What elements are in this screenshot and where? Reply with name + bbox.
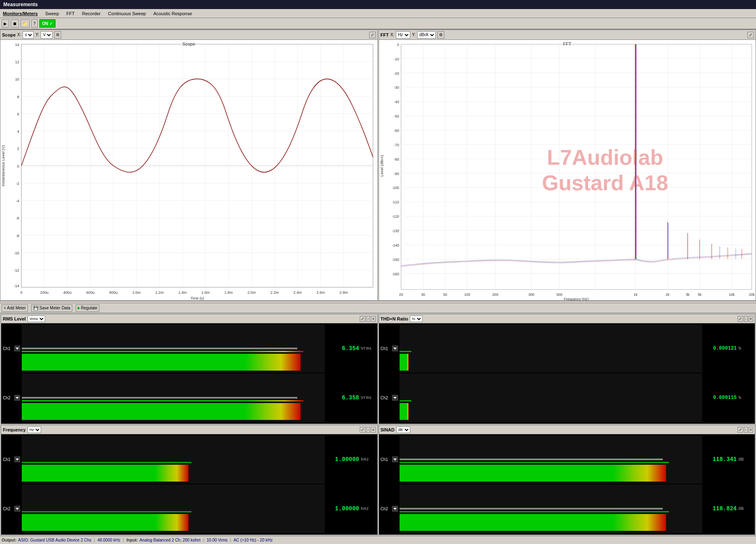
svg-text:-8: -8 [16,234,19,238]
toolbar-btn-3[interactable]: 📁 [21,19,30,28]
menu-recorder[interactable]: Recorder [81,11,102,16]
sinad-unit-select[interactable]: dB [396,426,410,433]
rms-ch1-label: Ch1 [3,346,13,351]
fft-settings-btn[interactable]: ⚙ [437,31,444,39]
frequency-header: Frequency Hz ⤢ - × [1,425,377,434]
svg-text:-20: -20 [394,71,399,75]
svg-text:3k: 3k [685,293,689,297]
rms-level-controls: ⤢ - × [360,316,375,322]
menu-acoustic-response[interactable]: Acoustic Response [152,11,193,16]
fft-x-unit[interactable]: Hz [396,31,410,39]
svg-text:12: 12 [15,60,19,64]
thd-ch2-unit: % [738,395,753,400]
rms-close-btn[interactable]: × [371,316,375,322]
freq-close-btn[interactable]: × [371,427,375,433]
thd-ch2-row: Ch2 0.000115 % [381,373,754,422]
fft-expand-btn[interactable]: ⤢ [747,32,754,38]
menu-monitors-meters[interactable]: Monitors/Meters [2,11,39,16]
thd-minus-btn[interactable]: - [744,316,748,322]
svg-text:-10: -10 [14,251,19,255]
freq-ch1-label: Ch1 [3,457,13,462]
rms-ch2-bar-peak [22,397,297,399]
rms-ch1-bar-peak [22,348,297,349]
sinad-header: SINAD dB ⤢ - × [379,425,755,434]
svg-text:400u: 400u [63,290,71,295]
charts-area: Scope X: s Y: V ⚙ ⤢ Scope [0,30,756,301]
rms-level-unit-select[interactable]: Vrms [28,316,45,322]
scope-x-label: X: [17,32,21,37]
svg-text:20k: 20k [749,293,755,297]
sinad-expand-btn[interactable]: ⤢ [738,427,743,433]
add-meter-button[interactable]: + Add Meter [2,304,28,312]
frequency-unit-select[interactable]: Hz [28,426,41,433]
svg-text:-50: -50 [394,114,399,118]
sinad-minus-btn[interactable]: - [744,427,748,433]
toolbar-btn-1[interactable]: ▶ [2,19,9,28]
save-meter-data-button[interactable]: 💾 Save Meter Data [31,304,72,312]
fft-title: FFT [381,32,389,37]
rms-ch2-dropdown[interactable] [14,395,20,401]
thd-ch1-dropdown[interactable] [392,346,398,351]
freq-ch2-dropdown[interactable] [14,506,20,512]
svg-text:2k: 2k [666,293,670,297]
thd-expand-btn[interactable]: ⤢ [738,316,743,322]
rms-expand-btn[interactable]: ⤢ [360,316,365,322]
rms-ch1-bar [22,354,301,371]
svg-text:10k: 10k [728,293,735,297]
thd-ratio-unit-select[interactable]: % [410,316,423,322]
scope-x-unit[interactable]: s [23,31,34,39]
fft-chart-body: FFT L7Audiolab Gustard A18 [379,40,756,300]
svg-text:2.8m: 2.8m [340,290,348,295]
svg-text:1.4m: 1.4m [178,290,187,295]
rms-minus-btn[interactable]: - [366,316,370,322]
thd-close-btn[interactable]: × [749,316,753,322]
rms-ch2-label: Ch2 [3,396,13,400]
freq-ch1-dropdown[interactable] [14,456,20,462]
sinad-close-btn[interactable]: × [749,427,753,433]
rms-ch2-bar-container [22,373,325,422]
fft-y-unit[interactable]: dBrA [417,31,436,39]
sep2: | [123,538,124,542]
freq-ch1-bar-top [22,462,191,463]
on-button[interactable]: ON ✓ [39,19,56,28]
freq-ch2-bar-container [22,484,325,533]
thd-ch2-dropdown[interactable] [392,395,398,401]
svg-text:4: 4 [17,129,19,134]
toolbar-btn-4[interactable]: ? [31,19,38,28]
svg-text:-4: -4 [16,199,19,203]
toolbar: ▶ ⏹ 📁 ? ON ✓ [0,18,756,30]
sinad-ch2-bar [400,514,666,531]
scope-settings-btn[interactable]: ⚙ [54,31,61,39]
regulate-button[interactable]: Regulate [76,304,99,312]
svg-text:10: 10 [15,77,19,81]
menu-continuous-sweep[interactable]: Continuous Sweep [107,11,147,16]
frequency-controls: ⤢ - × [360,427,375,433]
freq-ch2-bar-top [22,511,191,512]
svg-text:1.6m: 1.6m [201,290,210,295]
status-bar: Output: ASIO: Gustard USB Audio Device 2… [0,536,756,544]
scope-chart-body: Scope [0,40,377,300]
svg-text:-60: -60 [394,129,399,133]
sinad-ch1-dropdown[interactable] [392,456,398,462]
svg-text:-130: -130 [392,229,399,233]
scope-expand-btn[interactable]: ⤢ [369,32,376,38]
thd-ratio-body: Ch1 0.000121 % Ch2 0.000 [379,323,755,424]
freq-minus-btn[interactable]: - [366,427,370,433]
toolbar-btn-2[interactable]: ⏹ [11,19,19,28]
scope-y-unit[interactable]: V [41,31,53,39]
menu-sweep[interactable]: Sweep [44,11,60,16]
svg-text:-120: -120 [392,214,399,219]
svg-text:30: 30 [421,293,425,297]
thd-ch1-label: Ch1 [381,346,391,351]
rms-level-header: RMS Level Vrms ⤢ - × [1,314,377,323]
meters-toolbar: + Add Meter 💾 Save Meter Data Regulate [0,303,756,313]
freq-expand-btn[interactable]: ⤢ [360,427,365,433]
regulate-label: Regulate [81,306,97,310]
menu-fft[interactable]: FFT [65,11,76,16]
sinad-ch1-row: Ch1 118.341 dB [381,435,754,484]
svg-text:Level (dBrA): Level (dBrA) [380,155,384,177]
svg-text:1.8m: 1.8m [224,290,233,295]
rms-ch1-dropdown[interactable] [14,346,20,351]
sinad-ch2-dropdown[interactable] [392,506,398,512]
thd-ch1-unit: % [738,346,753,351]
